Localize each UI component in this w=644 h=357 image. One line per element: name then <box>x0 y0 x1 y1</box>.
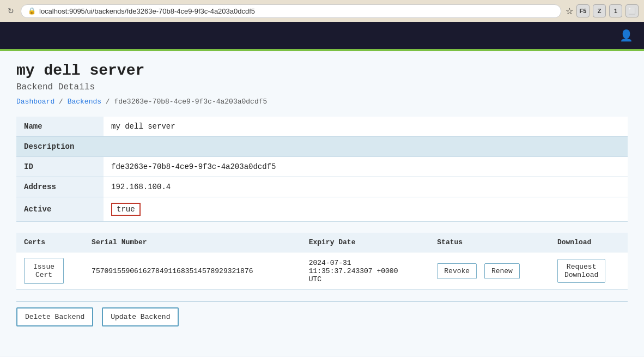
download-cell: RequestDownload <box>550 252 628 290</box>
ext-f5[interactable]: F5 <box>576 4 590 17</box>
active-value: true <box>111 203 141 216</box>
revoke-button[interactable]: Revoke <box>437 263 477 279</box>
certs-header-row: Certs Serial Number Expiry Date Status D… <box>16 233 628 252</box>
breadcrumb-id: fde3263e-70b8-4ce9-9f3c-4a203a0dcdf5 <box>114 98 267 106</box>
certs-header-expiry: Expiry Date <box>301 233 430 252</box>
lock-icon: 🔒 <box>28 7 36 15</box>
update-backend-button[interactable]: Update Backend <box>102 307 179 326</box>
url-text: localhost:9095/ui/backends/fde3263e-70b8… <box>39 7 255 15</box>
page-subtitle: Backend Details <box>16 82 628 92</box>
certs-table: Certs Serial Number Expiry Date Status D… <box>16 233 628 290</box>
value-active: true <box>104 197 628 222</box>
value-id: fde3263e-70b8-4ce9-9f3c-4a203a0dcdf5 <box>104 157 628 177</box>
page-content: my dell server Backend Details Dashboard… <box>0 51 644 356</box>
request-download-button[interactable]: RequestDownload <box>557 259 605 283</box>
breadcrumb-sep2: / <box>101 98 114 106</box>
certs-data-row: IssueCert 757091559061627849116835145789… <box>16 252 628 290</box>
label-active: Active <box>16 197 104 222</box>
details-table: Name my dell server Description ID fde32… <box>16 117 628 222</box>
breadcrumb-backends[interactable]: Backends <box>68 98 101 106</box>
address-bar[interactable]: 🔒 localhost:9095/ui/backends/fde3263e-70… <box>21 4 561 18</box>
star-icon[interactable]: ☆ <box>566 6 573 16</box>
expiry-date-cell: 2024-07-3111:35:37.243307 +0000UTC <box>301 252 430 290</box>
ext-z[interactable]: Z <box>593 4 606 17</box>
renew-button[interactable]: Renew <box>484 263 520 279</box>
reload-button[interactable]: ↻ <box>5 5 16 16</box>
label-id: ID <box>16 157 104 177</box>
label-address: Address <box>16 177 104 197</box>
ext-box[interactable]: ⬜ <box>625 4 639 17</box>
user-icon[interactable]: 👤 <box>619 29 633 42</box>
certs-header-certs: Certs <box>16 233 84 252</box>
value-name: my dell server <box>104 117 628 137</box>
certs-header-serial: Serial Number <box>84 233 301 252</box>
value-address: 192.168.100.4 <box>104 177 628 197</box>
label-name: Name <box>16 117 104 137</box>
serial-number-cell: 75709155906162784911683514578929321876 <box>84 252 301 290</box>
certs-section: Certs Serial Number Expiry Date Status D… <box>16 233 628 302</box>
breadcrumb-sep1: / <box>54 98 67 106</box>
table-row-address: Address 192.168.100.4 <box>16 177 628 197</box>
table-row-name: Name my dell server <box>16 117 628 137</box>
browser-actions: ☆ F5 Z 1 ⬜ <box>566 4 639 17</box>
label-description: Description <box>16 137 104 157</box>
value-description <box>104 137 628 157</box>
table-row-description: Description <box>16 137 628 157</box>
delete-backend-button[interactable]: Delete Backend <box>16 307 93 326</box>
issue-cert-cell: IssueCert <box>16 252 84 290</box>
ext-1[interactable]: 1 <box>609 4 622 17</box>
breadcrumb-dashboard[interactable]: Dashboard <box>16 98 54 106</box>
page-title: my dell server <box>16 62 628 79</box>
browser-chrome: ↻ 🔒 localhost:9095/ui/backends/fde3263e-… <box>0 0 644 22</box>
bottom-actions: Delete Backend Update Backend <box>16 307 628 326</box>
top-nav: 👤 <box>0 22 644 49</box>
status-cell: Revoke Renew <box>429 252 550 290</box>
table-row-active: Active true <box>16 197 628 222</box>
table-row-id: ID fde3263e-70b8-4ce9-9f3c-4a203a0dcdf5 <box>16 157 628 177</box>
issue-cert-button[interactable]: IssueCert <box>24 258 64 284</box>
certs-header-download: Download <box>550 233 628 252</box>
breadcrumb: Dashboard / Backends / fde3263e-70b8-4ce… <box>16 98 628 106</box>
certs-header-status: Status <box>429 233 550 252</box>
